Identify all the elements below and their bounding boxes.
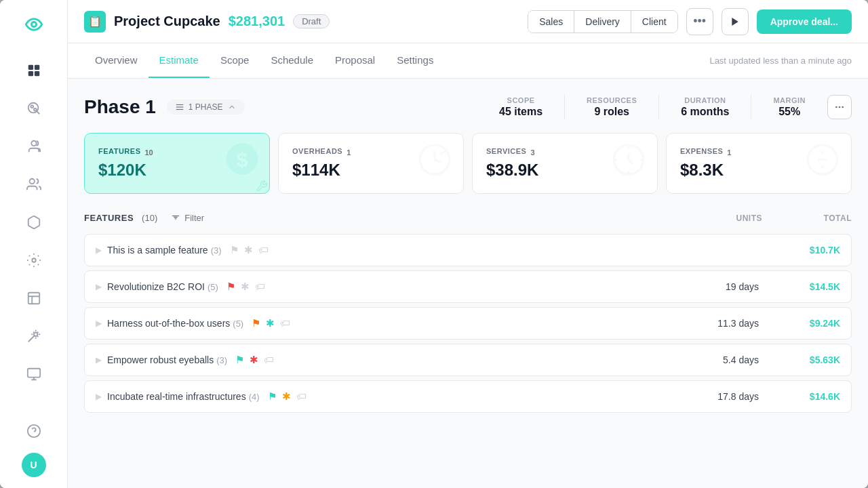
svg-rect-2 — [34, 65, 39, 70]
tag-icon[interactable]: 🏷 — [296, 390, 307, 403]
view-switcher: Sales Delivery Client — [528, 10, 677, 33]
table-row[interactable]: ▶ Harness out-of-the-box users (5) ⚑ ✱ 🏷… — [84, 307, 852, 340]
star-icon[interactable]: ✱ — [241, 281, 250, 293]
table-header: FEATURES (10) Filter UNITS TOTAL — [84, 210, 852, 234]
feature-icons: ⚑ ✱ 🏷 — [268, 390, 307, 403]
app-logo[interactable] — [20, 11, 47, 38]
feature-total: $14.6K — [759, 391, 840, 402]
svg-point-10 — [32, 258, 36, 262]
row-expand-icon[interactable]: ▶ — [96, 245, 102, 255]
star-icon[interactable]: ✱ — [250, 354, 258, 366]
sidebar-item-dashboard[interactable] — [12, 54, 56, 87]
tag-icon[interactable]: 🏷 — [264, 354, 274, 366]
delivery-button[interactable]: Delivery — [574, 11, 631, 33]
table-row[interactable]: ▶ Revolutionize B2C ROI (5) ⚑ ✱ 🏷 19 day… — [84, 270, 852, 303]
svg-point-12 — [34, 333, 38, 337]
table-row[interactable]: ▶ Empower robust eyeballs (3) ⚑ ✱ 🏷 5.4 … — [84, 344, 852, 376]
row-expand-icon[interactable]: ▶ — [96, 282, 102, 291]
card-overheads[interactable]: OVERHEADS 1 $114K — [278, 133, 464, 194]
card-features[interactable]: FEATURES 10 $120K $ — [84, 133, 270, 194]
main-content: 📋 Project Cupcake $281,301 Draft Sales D… — [68, 0, 868, 488]
filter-button[interactable]: Filter — [165, 210, 210, 226]
sidebar-item-projects[interactable] — [12, 206, 56, 239]
card-overheads-icon — [417, 142, 452, 185]
sidebar-item-analytics[interactable] — [12, 92, 56, 125]
user-avatar[interactable]: U — [22, 453, 46, 477]
more-button[interactable]: ••• — [686, 8, 713, 35]
star-icon[interactable]: ✱ — [244, 244, 253, 256]
star-icon[interactable]: ✱ — [282, 390, 291, 403]
sidebar-item-team[interactable] — [12, 168, 56, 201]
svg-point-7 — [34, 108, 37, 111]
duration-label: DURATION — [684, 96, 726, 104]
card-services-icon — [611, 142, 646, 185]
svg-point-21 — [842, 106, 844, 108]
feature-sub-count: (5) — [208, 282, 218, 292]
tag-icon[interactable]: 🏷 — [258, 244, 269, 256]
tab-estimate[interactable]: Estimate — [149, 43, 210, 78]
nav-tabs: Overview Estimate Scope Schedule Proposa… — [68, 43, 868, 79]
card-features-icon: $ — [223, 140, 261, 187]
feature-sub-count: (4) — [249, 392, 260, 402]
flag-icon[interactable]: ⚑ — [252, 317, 260, 329]
row-expand-icon[interactable]: ▶ — [96, 319, 102, 328]
table-title: FEATURES — [84, 213, 134, 223]
sidebar-item-help[interactable] — [12, 415, 56, 447]
sidebar-item-clients[interactable] — [12, 130, 56, 163]
table-row[interactable]: ▶ This is a sample feature (3) ⚑ ✱ 🏷 $10… — [84, 234, 852, 266]
flag-icon[interactable]: ⚑ — [235, 354, 244, 366]
card-overheads-label: OVERHEADS — [292, 147, 342, 155]
scope-label: SCOPE — [507, 96, 535, 104]
row-expand-icon[interactable]: ▶ — [96, 355, 102, 365]
feature-units: 19 days — [664, 281, 759, 292]
flag-icon[interactable]: ⚑ — [230, 244, 239, 256]
card-services[interactable]: SERVICES 3 $38.9K — [472, 133, 658, 194]
sales-button[interactable]: Sales — [528, 11, 574, 33]
phase-more-button[interactable] — [827, 95, 852, 119]
feature-total: $10.7K — [759, 245, 840, 256]
tab-overview[interactable]: Overview — [84, 43, 149, 78]
stat-duration: DURATION 6 months — [681, 96, 729, 118]
summary-cards: FEATURES 10 $120K $ — [84, 133, 852, 194]
card-expenses[interactable]: EXPENSES 1 $8.3K — [666, 133, 852, 194]
tag-icon[interactable]: 🏷 — [255, 281, 265, 293]
table-row[interactable]: ▶ Incubate real-time infrastructures (4)… — [84, 380, 852, 413]
sidebar-item-terminal[interactable] — [12, 358, 56, 390]
phase-header: Phase 1 1 PHASE SCOPE 45 items RESOURCES — [84, 95, 852, 119]
play-button[interactable] — [722, 8, 749, 35]
feature-icons: ⚑ ✱ 🏷 — [235, 354, 274, 366]
col-units-header: UNITS — [667, 214, 762, 223]
feature-sub-count: (3) — [216, 355, 227, 365]
sidebar-item-settings[interactable] — [12, 244, 56, 277]
tab-settings[interactable]: Settings — [386, 43, 444, 78]
svg-marker-15 — [732, 18, 738, 26]
features-table: FEATURES (10) Filter UNITS TOTAL ▶ This … — [84, 210, 852, 413]
feature-name: Incubate real-time infrastructures — [107, 391, 246, 402]
svg-rect-1 — [28, 65, 33, 70]
feature-icons: ⚑ ✱ 🏷 — [230, 244, 269, 256]
stat-resources: RESOURCES 9 roles — [587, 96, 637, 118]
sidebar: U — [0, 0, 68, 488]
feature-total: $5.63K — [759, 354, 840, 365]
svg-rect-13 — [27, 369, 39, 378]
row-expand-icon[interactable]: ▶ — [96, 392, 102, 401]
feature-units: 11.3 days — [664, 318, 759, 329]
phase-stats: SCOPE 45 items RESOURCES 9 roles DURATIO… — [499, 95, 806, 119]
client-button[interactable]: Client — [631, 11, 677, 33]
approve-deal-button[interactable]: Approve deal... — [757, 9, 852, 34]
feature-sub-count: (3) — [211, 245, 222, 256]
tag-icon[interactable]: 🏷 — [280, 317, 290, 329]
project-amount: $281,301 — [229, 14, 285, 29]
tab-proposal[interactable]: Proposal — [324, 43, 386, 78]
tab-schedule[interactable]: Schedule — [260, 43, 324, 78]
svg-point-20 — [839, 106, 841, 108]
sidebar-item-magic[interactable] — [12, 320, 56, 352]
star-icon[interactable]: ✱ — [266, 317, 275, 329]
svg-point-19 — [835, 106, 837, 108]
feature-name: Revolutionize B2C ROI — [107, 281, 205, 292]
feature-icons: ⚑ ✱ 🏷 — [252, 317, 290, 329]
sidebar-item-reports[interactable] — [12, 282, 56, 314]
tab-scope[interactable]: Scope — [210, 43, 260, 78]
flag-icon[interactable]: ⚑ — [226, 281, 235, 293]
flag-icon[interactable]: ⚑ — [268, 390, 277, 403]
